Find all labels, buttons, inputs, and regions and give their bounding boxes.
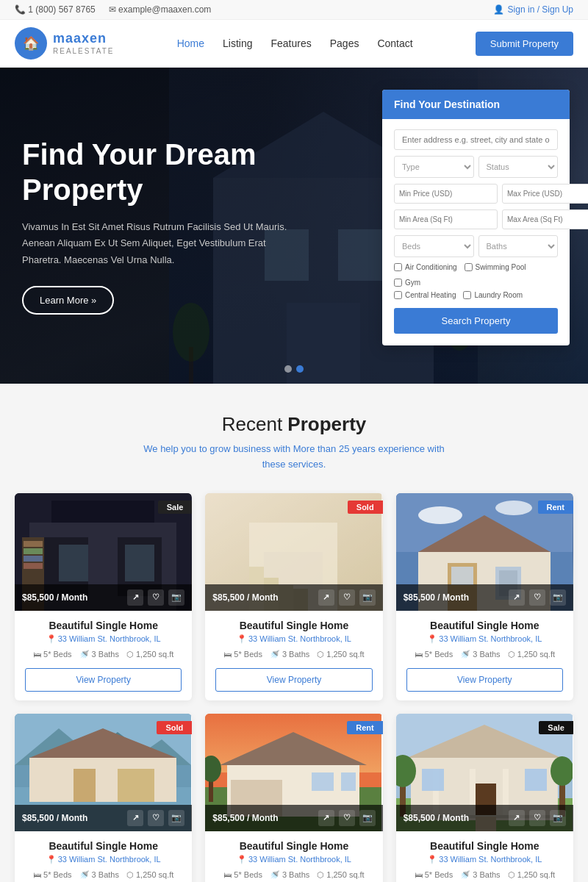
phone-number: 1 (800) 567 8765 [28, 4, 95, 15]
beds-info: 🛏 5* Beds [223, 870, 262, 880]
heart-icon[interactable]: ♡ [339, 589, 355, 606]
card-body: Beautiful Single Home 📍33 William St. No… [205, 831, 382, 882]
heart-icon[interactable]: ♡ [339, 810, 355, 826]
card-body: Beautiful Single Home 📍33 William St. No… [396, 611, 573, 700]
signin-link[interactable]: Sign in / Sign Up [508, 4, 573, 15]
share-icon[interactable]: ↗ [127, 589, 143, 606]
amenity-ac[interactable]: Air Conditioning [394, 263, 457, 271]
camera-icon[interactable]: 📷 [550, 810, 566, 826]
svg-rect-37 [451, 567, 473, 585]
search-property-button[interactable]: Search Property [394, 308, 558, 334]
hero-background: Find Your Dream Property Vivamus In Est … [0, 68, 588, 384]
camera-icon[interactable]: 📷 [359, 810, 376, 826]
baths-info: 🚿 3 Baths [79, 650, 119, 659]
svg-rect-14 [125, 545, 154, 581]
share-icon[interactable]: ↗ [509, 589, 525, 606]
topbar: 📞 1 (800) 567 8765 ✉ example@maaxen.com … [0, 0, 588, 20]
price-row [394, 184, 558, 204]
card-price-bar: $85,500 / Month ↗ ♡ 📷 [396, 805, 573, 831]
svg-rect-6 [189, 347, 193, 384]
area-info: ⬡ 1,250 sq.ft [508, 870, 555, 880]
email-info: ✉ example@maaxen.com [109, 4, 212, 15]
topbar-right[interactable]: 👤 Sign in / Sign Up [493, 4, 573, 15]
property-name: Beautiful Single Home [215, 840, 372, 852]
card-image-1: Sale $85,500 / Month ↗ ♡ 📷 [15, 493, 192, 611]
property-meta: 🛏 5* Beds 🚿 3 Baths ⬡ 1,250 sq.ft [406, 870, 563, 880]
card-price-bar: $85,500 / Month ↗ ♡ 📷 [15, 805, 192, 831]
address-input[interactable] [394, 129, 558, 150]
card-image-4: Sold $85,500 / Month ↗ ♡ 📷 [15, 714, 192, 831]
property-meta: 🛏 5* Beds 🚿 3 Baths ⬡ 1,250 sq.ft [215, 650, 372, 659]
card-price: $85,500 / Month [404, 592, 469, 603]
heart-icon[interactable]: ♡ [529, 589, 545, 606]
status-select[interactable]: Status [478, 156, 559, 178]
area-info: ⬡ 1,250 sq.ft [317, 650, 364, 659]
learn-more-button[interactable]: Learn More » [22, 286, 114, 315]
nav-features[interactable]: Features [270, 37, 311, 49]
card-image-2: Sold $85,500 / Month ↗ ♡ 📷 [205, 493, 382, 611]
amenity-laundry[interactable]: Laundry Room [463, 291, 523, 299]
navbar: 🏠 maaxen RealEstate Home Listing Feature… [0, 20, 588, 68]
heart-icon[interactable]: ♡ [148, 589, 164, 606]
svg-rect-19 [24, 563, 43, 569]
card-body: Beautiful Single Home 📍33 William St. No… [15, 611, 192, 700]
logo: 🏠 maaxen RealEstate [15, 27, 115, 60]
min-area-input[interactable] [394, 209, 498, 229]
baths-info: 🚿 3 Baths [270, 870, 309, 880]
share-icon[interactable]: ↗ [318, 810, 334, 826]
max-price-input[interactable] [502, 184, 588, 204]
card-price: $85,500 / Month [212, 592, 278, 603]
camera-icon[interactable]: 📷 [550, 589, 566, 606]
svg-rect-18 [24, 556, 43, 562]
amenity-heating[interactable]: Central Heating [394, 291, 456, 299]
view-property-button[interactable]: View Property [215, 668, 372, 692]
property-name: Beautiful Single Home [406, 620, 563, 631]
amenity-gym[interactable]: Gym [394, 279, 420, 287]
share-icon[interactable]: ↗ [127, 810, 143, 826]
property-card: Rent $85,500 / Month ↗ ♡ 📷 Beautiful Sin… [205, 714, 382, 882]
svg-point-31 [495, 501, 532, 515]
phone-icon: 📞 [15, 4, 26, 15]
max-area-input[interactable] [502, 209, 588, 229]
share-icon[interactable]: ↗ [318, 589, 334, 606]
hero-content: Find Your Dream Property Vivamus In Est … [22, 137, 301, 314]
nav-pages[interactable]: Pages [330, 37, 359, 49]
badge-sold: Sold [157, 721, 192, 734]
baths-info: 🚿 3 Baths [460, 870, 500, 880]
amenities-row-2: Central Heating Laundry Room [394, 291, 558, 299]
heart-icon[interactable]: ♡ [148, 810, 164, 826]
search-panel-title: Find Your Destination [382, 90, 570, 119]
heart-icon[interactable]: ♡ [529, 810, 545, 826]
area-info: ⬡ 1,250 sq.ft [508, 650, 555, 659]
nav-links: Home Listing Features Pages Contact [177, 37, 413, 49]
badge-sale: Sale [158, 501, 193, 514]
email-icon: ✉ [109, 4, 116, 15]
area-row [394, 209, 558, 229]
card-price-bar: $85,500 / Month ↗ ♡ 📷 [396, 584, 573, 611]
amenity-pool[interactable]: Swimming Pool [465, 263, 526, 271]
view-property-button[interactable]: View Property [406, 668, 563, 692]
phone-info: 📞 1 (800) 567 8765 [15, 4, 96, 15]
dot-2[interactable] [296, 365, 304, 373]
property-meta: 🛏 5* Beds 🚿 3 Baths ⬡ 1,250 sq.ft [406, 650, 563, 659]
property-address: 📍33 William St. Northbrook, IL [406, 855, 563, 864]
hero-section: Find Your Dream Property Vivamus In Est … [0, 68, 588, 384]
share-icon[interactable]: ↗ [509, 810, 525, 826]
camera-icon[interactable]: 📷 [168, 589, 184, 606]
camera-icon[interactable]: 📷 [359, 589, 376, 606]
beds-select[interactable]: Beds [394, 235, 474, 257]
nav-contact[interactable]: Contact [377, 37, 412, 49]
submit-property-button[interactable]: Submit Property [476, 32, 573, 56]
nav-home[interactable]: Home [177, 37, 204, 49]
view-property-button[interactable]: View Property [25, 668, 182, 692]
type-select[interactable]: Type [394, 156, 474, 178]
min-price-input[interactable] [394, 184, 498, 204]
dot-1[interactable] [284, 365, 292, 373]
nav-listing[interactable]: Listing [223, 37, 252, 49]
baths-select[interactable]: Baths [478, 235, 559, 257]
card-image-3: Rent $85,500 / Month ↗ ♡ 📷 [396, 493, 573, 611]
camera-icon[interactable]: 📷 [168, 810, 184, 826]
svg-rect-55 [341, 772, 356, 791]
property-card: Sold $85,500 / Month ↗ ♡ 📷 Beautiful Sin… [15, 714, 192, 882]
brand-name: maaxen [53, 31, 115, 47]
